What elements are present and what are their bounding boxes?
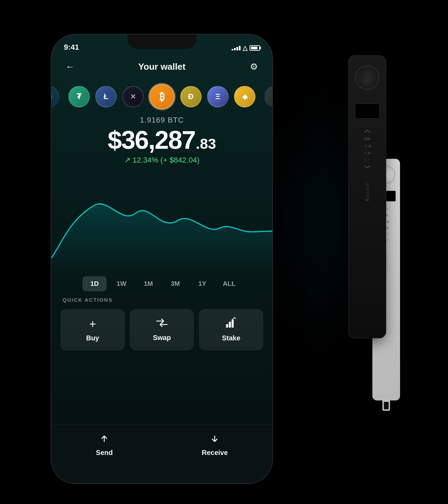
send-action[interactable]: Send <box>96 434 113 457</box>
stake-button[interactable]: Stake <box>199 309 263 350</box>
signal-icon <box>232 46 241 50</box>
svg-rect-12 <box>232 319 234 328</box>
swap-icon <box>156 318 168 330</box>
buy-icon: + <box>89 317 96 331</box>
price-section: 1.9169 BTC $36,287 .83 ↗ 12.34% (+ $842.… <box>51 116 272 165</box>
buy-button[interactable]: + Buy <box>60 309 125 350</box>
wifi-icon: △ <box>243 44 247 52</box>
nano-x-screen <box>355 104 380 119</box>
quick-actions-section: QUICK ACTIONS + Buy <box>51 297 272 350</box>
buy-label: Buy <box>86 334 99 342</box>
coin-litecoin[interactable]: Ł <box>95 86 117 107</box>
nano-x-controls: ✕ ◉ ≡ ◉ + ↗ <box>364 129 371 168</box>
coin-row: ◯ ₮ Ł ✕ ₿ Ð Ξ <box>51 83 272 110</box>
coin-tether[interactable]: ₮ <box>68 86 90 107</box>
coin-binance[interactable]: ◈ <box>234 86 255 107</box>
quick-actions-label: QUICK ACTIONS <box>60 297 263 303</box>
quick-actions-row: + Buy Swap <box>60 309 263 350</box>
phone-screen: 9:41 △ ← <box>51 35 272 483</box>
svg-rect-1 <box>367 138 370 139</box>
stake-label: Stake <box>222 334 240 342</box>
back-button[interactable]: ← <box>64 60 76 73</box>
settings-button[interactable]: ⚙ <box>247 60 260 73</box>
price-cents: .83 <box>196 136 216 152</box>
coin-dogecoin[interactable]: Ð <box>180 86 202 107</box>
svg-text:≡ ◉: ≡ ◉ <box>364 151 371 155</box>
price-main: $36,287 .83 <box>108 127 216 153</box>
send-label: Send <box>96 449 113 457</box>
price-dollars: $36,287 <box>108 127 195 153</box>
phone: 9:41 △ ← <box>51 35 272 483</box>
time-filter-1w[interactable]: 1W <box>109 276 134 291</box>
svg-rect-11 <box>229 322 231 328</box>
battery-icon <box>250 45 260 51</box>
svg-point-0 <box>364 137 367 140</box>
receive-label: Receive <box>202 449 228 457</box>
svg-text:B: B <box>387 214 388 217</box>
receive-action[interactable]: Receive <box>202 434 228 457</box>
nano-x-button <box>355 66 379 90</box>
bottom-bar: Send Receive <box>51 425 272 483</box>
status-time: 9:41 <box>64 43 79 52</box>
swap-button[interactable]: Swap <box>130 309 194 350</box>
coin-algo[interactable]: A <box>264 86 272 107</box>
scene: ✕ ◉ ≡ ◉ + ↗ Bitcoin B ✕ ◉ ≡ ◉ + ↗ Ethere… <box>34 14 414 490</box>
svg-rect-10 <box>226 324 228 328</box>
btc-amount: 1.9169 BTC <box>140 116 184 125</box>
nano-x-label: Bitcoin <box>365 182 369 201</box>
time-filter-1y[interactable]: 1Y <box>190 276 214 291</box>
coin-bitcoin-active[interactable]: ₿ <box>149 84 175 109</box>
coin-unknown[interactable]: ◯ <box>51 86 59 107</box>
coin-ripple[interactable]: ✕ <box>122 86 144 107</box>
price-chart <box>51 176 272 273</box>
svg-text:✕ ◉: ✕ ◉ <box>364 144 371 148</box>
wallet-title: Your wallet <box>138 61 186 72</box>
stake-icon <box>225 317 237 331</box>
ledger-nano-x: ✕ ◉ ≡ ◉ + ↗ Bitcoin <box>348 55 386 338</box>
time-filter-1m[interactable]: 1M <box>136 276 160 291</box>
time-filter-3m[interactable]: 3M <box>163 276 187 291</box>
coin-ethereum[interactable]: Ξ <box>207 86 228 107</box>
time-filter-all[interactable]: ALL <box>217 276 241 291</box>
receive-icon <box>210 434 220 446</box>
svg-text:+ ↗: + ↗ <box>364 158 370 162</box>
status-bar: 9:41 △ <box>51 35 272 55</box>
send-icon <box>99 434 109 446</box>
status-icons: △ <box>232 44 260 52</box>
time-filters: 1D 1W 1M 3M 1Y ALL <box>51 276 272 291</box>
swap-label: Swap <box>153 334 171 342</box>
price-change: ↗ 12.34% (+ $842.04) <box>124 156 199 165</box>
header: ← Your wallet ⚙ <box>51 55 272 79</box>
time-filter-1d[interactable]: 1D <box>82 276 107 291</box>
nano-s-usb <box>382 400 390 411</box>
